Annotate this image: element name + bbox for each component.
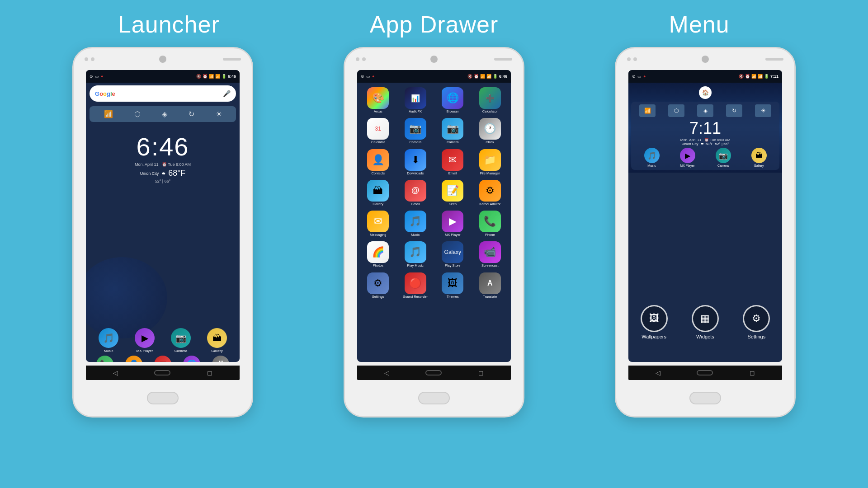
music-label-2: Music — [411, 233, 420, 237]
camera-icon-2: 📷 — [405, 118, 426, 140]
launcher-dock: 🎵 Music ▶ MX Player 📷 Camera 🏔 Gallery — [86, 328, 240, 353]
app-gmail[interactable]: @ Gmail — [397, 178, 434, 208]
menu-clock-display: 7:11 — [634, 119, 777, 138]
mini-mxplayer[interactable]: ▶ MX Player — [680, 148, 695, 167]
app-camera[interactable]: 📷 Camera — [397, 116, 434, 146]
brightness-toggle[interactable]: ☀ — [216, 110, 222, 118]
app-photos[interactable]: 🌈 Photos — [360, 239, 396, 269]
menu-time: 7:11 — [770, 74, 778, 79]
app-browser[interactable]: 🌐 Browser — [434, 85, 471, 115]
fingerprint-button[interactable] — [154, 370, 170, 375]
mini-music-icon: 🎵 — [644, 148, 660, 163]
phone-icon: 📞 — [479, 211, 501, 232]
email-icon: ✉ — [442, 149, 463, 171]
wallpapers-label: Wallpapers — [642, 334, 666, 339]
home-button[interactable] — [147, 392, 179, 404]
calendar-label: Calendar — [371, 141, 385, 144]
sync-toggle[interactable]: ↻ — [189, 110, 194, 118]
menu-loc[interactable]: ◈ — [697, 104, 713, 117]
home-button-3[interactable] — [689, 392, 721, 404]
themes-label: Themes — [447, 295, 459, 299]
camera2-icon: 📷 — [442, 118, 463, 140]
wallpapers-icon: 🖼 — [641, 305, 668, 332]
bluetooth-toggle[interactable]: ⬡ — [134, 110, 141, 118]
phone-app[interactable]: 📞 — [96, 356, 113, 362]
mini-mxplayer-label: MX Player — [680, 164, 694, 167]
app-playmusic[interactable]: 🎵 Play Music — [397, 239, 434, 269]
app-soundrecorder[interactable]: 🔴 Sound Recorder — [397, 271, 434, 300]
mxplayer-icon-2: ▶ — [442, 211, 463, 232]
mini-camera-label: Camera — [717, 164, 729, 167]
recents-button[interactable]: ◻ — [207, 369, 212, 376]
mini-gallery-icon: 🏔 — [751, 148, 767, 163]
widgets-option[interactable]: ▦ Widgets — [692, 305, 719, 339]
contacts-app[interactable]: 👤 — [125, 356, 142, 362]
app-mxplayer[interactable]: ▶ MX Player — [434, 209, 471, 239]
menu-bt[interactable]: ⬡ — [668, 104, 684, 117]
location-toggle[interactable]: ◈ — [162, 110, 167, 118]
back-button[interactable]: ◁ — [113, 369, 118, 376]
app-arcus[interactable]: 🎨 Arcus — [360, 85, 396, 115]
menu-wifi[interactable]: 📶 — [639, 104, 656, 117]
recents-btn-2[interactable]: ◻ — [478, 369, 484, 376]
app-calendar[interactable]: 31 Calendar — [360, 116, 396, 146]
filemanager-icon: 📁 — [479, 149, 501, 171]
app-translate[interactable]: A Translate — [472, 271, 509, 300]
app-keep[interactable]: 📝 Keep — [434, 178, 471, 208]
app-phone[interactable]: 📞 Phone — [472, 209, 509, 239]
app-music[interactable]: 🎵 Music — [397, 209, 434, 239]
home-button-2[interactable] — [418, 392, 450, 404]
dock-mxplayer[interactable]: ▶ MX Player — [135, 328, 155, 353]
fingerprint-btn-3[interactable] — [697, 370, 713, 375]
playmusic-label: Play Music — [407, 264, 424, 267]
back-btn-2[interactable]: ◁ — [384, 369, 389, 376]
app-camera2[interactable]: 📷 Camera — [434, 116, 471, 146]
arcus-icon: 🎨 — [367, 87, 389, 109]
app-messaging[interactable]: ✉ Messaging — [360, 209, 396, 239]
app-kernel[interactable]: ⚙ Kernel Adiutor — [472, 178, 509, 208]
mic-icon[interactable]: 🎤 — [223, 90, 231, 97]
dock-gallery[interactable]: 🏔 Gallery — [207, 328, 227, 353]
dock-camera[interactable]: 📷 Camera — [171, 328, 191, 353]
email-label: Email — [448, 172, 457, 175]
phone-bottom-3 — [616, 380, 794, 416]
app-downloads[interactable]: ⬇ Downloads — [397, 147, 434, 177]
clock-date: Mon, April 11 ⏰ Tue 6:00 AM — [86, 162, 240, 167]
menu-bright[interactable]: ☀ — [755, 104, 771, 117]
browser-app[interactable]: 🌐 — [183, 356, 200, 362]
email-app[interactable]: ✉ — [154, 356, 171, 362]
app-contacts[interactable]: 👤 Contacts — [360, 147, 396, 177]
app-screencast[interactable]: 📹 Screencast — [472, 239, 509, 269]
settings-option[interactable]: ⚙ Settings — [743, 305, 770, 339]
contacts-label: Contacts — [371, 172, 385, 175]
gallery-icon: 🏔 — [207, 328, 227, 348]
fingerprint-btn-2[interactable] — [425, 370, 442, 375]
recents-btn-3[interactable]: ◻ — [750, 369, 755, 376]
apps-button[interactable]: ⠿ — [212, 356, 229, 362]
mini-camera[interactable]: 📷 Camera — [716, 148, 731, 167]
app-filemanager[interactable]: 📁 File Manager — [472, 147, 509, 177]
app-clock[interactable]: 🕐 Clock — [472, 116, 509, 146]
app-playstore[interactable]: Galaxy Play Store — [434, 239, 471, 269]
mini-gallery[interactable]: 🏔 Gallery — [751, 148, 767, 167]
back-btn-3[interactable]: ◁ — [656, 369, 660, 376]
mini-mxplayer-icon: ▶ — [680, 148, 695, 163]
app-gallery[interactable]: 🏔 Gallery — [360, 178, 396, 208]
kernel-label: Kernel Adiutor — [479, 202, 500, 206]
app-calculator[interactable]: ➕ Calculator — [472, 85, 509, 115]
wifi-toggle[interactable]: 📶 — [104, 110, 113, 118]
settings-label-3: Settings — [747, 334, 765, 339]
gallery-icon-2: 🏔 — [367, 180, 389, 202]
app-audiofx[interactable]: 📊 AudioFX — [397, 85, 434, 115]
menu-sync[interactable]: ↻ — [726, 104, 742, 117]
app-themes[interactable]: 🖼 Themes — [434, 271, 471, 300]
launcher-search-bar[interactable]: Google 🎤 — [90, 85, 236, 102]
dock-music[interactable]: 🎵 Music — [99, 328, 118, 353]
home-icon[interactable]: 🏠 — [699, 86, 712, 99]
app-email[interactable]: ✉ Email — [434, 147, 471, 177]
mini-music[interactable]: 🎵 Music — [644, 148, 660, 167]
app-settings[interactable]: ⚙ Settings — [360, 271, 396, 300]
camera2-label: Camera — [447, 141, 459, 144]
messaging-icon: ✉ — [367, 211, 389, 232]
wallpapers-option[interactable]: 🖼 Wallpapers — [641, 305, 668, 339]
